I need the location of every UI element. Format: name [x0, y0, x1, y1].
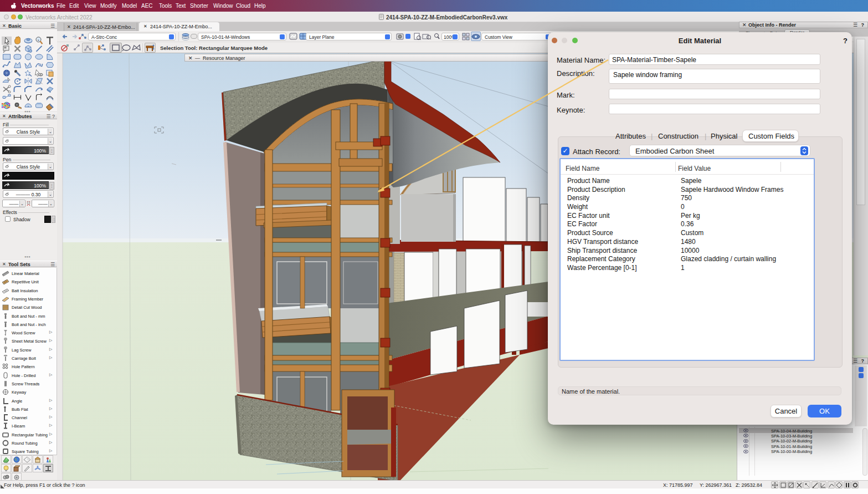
- svg-text:+: +: [38, 38, 40, 42]
